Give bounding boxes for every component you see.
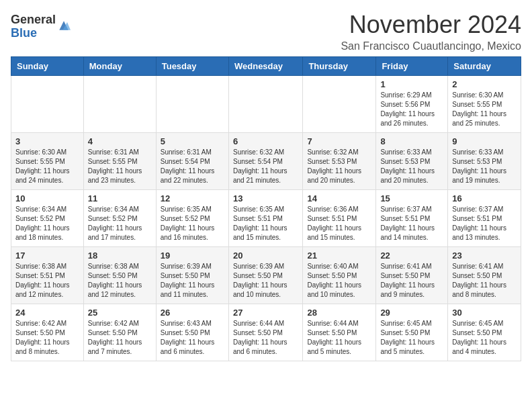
day-number: 24 xyxy=(15,308,79,318)
day-number: 14 xyxy=(307,193,371,203)
day-number: 5 xyxy=(161,136,224,146)
calendar-cell: 4Sunrise: 6:31 AM Sunset: 5:55 PM Daylig… xyxy=(83,133,156,190)
calendar-cell: 17Sunrise: 6:38 AM Sunset: 5:51 PM Dayli… xyxy=(11,247,84,304)
day-number: 7 xyxy=(307,136,371,146)
day-number: 20 xyxy=(233,250,298,261)
calendar-cell: 28Sunrise: 6:44 AM Sunset: 5:50 PM Dayli… xyxy=(303,304,376,361)
calendar-day-header: Sunday xyxy=(11,57,84,76)
day-number: 16 xyxy=(452,193,517,203)
calendar-day-header: Tuesday xyxy=(156,57,228,76)
day-info: Sunrise: 6:37 AM Sunset: 5:51 PM Dayligh… xyxy=(452,205,517,242)
calendar-cell: 22Sunrise: 6:41 AM Sunset: 5:50 PM Dayli… xyxy=(376,247,448,304)
day-info: Sunrise: 6:37 AM Sunset: 5:51 PM Dayligh… xyxy=(380,205,443,242)
calendar-cell: 25Sunrise: 6:42 AM Sunset: 5:50 PM Dayli… xyxy=(83,304,156,361)
day-info: Sunrise: 6:38 AM Sunset: 5:50 PM Dayligh… xyxy=(88,262,152,300)
day-number: 10 xyxy=(15,193,79,203)
calendar-cell: 19Sunrise: 6:39 AM Sunset: 5:50 PM Dayli… xyxy=(156,247,228,304)
day-info: Sunrise: 6:33 AM Sunset: 5:53 PM Dayligh… xyxy=(380,148,443,185)
calendar-header-row: SundayMondayTuesdayWednesdayThursdayFrid… xyxy=(11,57,521,76)
day-info: Sunrise: 6:45 AM Sunset: 5:50 PM Dayligh… xyxy=(380,319,443,357)
calendar-cell: 2Sunrise: 6:30 AM Sunset: 5:55 PM Daylig… xyxy=(448,76,521,133)
calendar-cell: 3Sunrise: 6:30 AM Sunset: 5:55 PM Daylig… xyxy=(11,133,84,190)
day-info: Sunrise: 6:44 AM Sunset: 5:50 PM Dayligh… xyxy=(233,319,298,357)
day-number: 13 xyxy=(233,193,298,203)
day-info: Sunrise: 6:30 AM Sunset: 5:55 PM Dayligh… xyxy=(15,148,79,185)
day-info: Sunrise: 6:41 AM Sunset: 5:50 PM Dayligh… xyxy=(452,262,517,300)
day-number: 27 xyxy=(233,308,298,318)
day-number: 1 xyxy=(380,79,443,89)
day-number: 12 xyxy=(161,193,224,203)
day-number: 25 xyxy=(88,308,152,318)
calendar-week-row: 10Sunrise: 6:34 AM Sunset: 5:52 PM Dayli… xyxy=(11,190,521,247)
day-number: 3 xyxy=(15,136,79,146)
calendar-cell xyxy=(11,76,84,133)
day-number: 17 xyxy=(15,250,79,261)
day-info: Sunrise: 6:38 AM Sunset: 5:51 PM Dayligh… xyxy=(15,262,79,300)
calendar-day-header: Monday xyxy=(83,57,156,76)
calendar-cell: 27Sunrise: 6:44 AM Sunset: 5:50 PM Dayli… xyxy=(228,304,302,361)
day-info: Sunrise: 6:45 AM Sunset: 5:50 PM Dayligh… xyxy=(452,319,517,357)
day-info: Sunrise: 6:43 AM Sunset: 5:50 PM Dayligh… xyxy=(161,319,224,357)
day-info: Sunrise: 6:42 AM Sunset: 5:50 PM Dayligh… xyxy=(15,319,79,357)
calendar-week-row: 3Sunrise: 6:30 AM Sunset: 5:55 PM Daylig… xyxy=(11,133,521,190)
title-area: November 2024 San Francisco Cuautlancing… xyxy=(341,11,521,52)
day-number: 23 xyxy=(452,250,517,261)
day-info: Sunrise: 6:35 AM Sunset: 5:51 PM Dayligh… xyxy=(233,205,298,242)
calendar-cell: 1Sunrise: 6:29 AM Sunset: 5:56 PM Daylig… xyxy=(376,76,448,133)
calendar-day-header: Wednesday xyxy=(228,57,302,76)
day-info: Sunrise: 6:31 AM Sunset: 5:54 PM Dayligh… xyxy=(161,148,224,185)
day-number: 18 xyxy=(88,250,152,261)
calendar-table: SundayMondayTuesdayWednesdayThursdayFrid… xyxy=(11,56,521,361)
day-info: Sunrise: 6:40 AM Sunset: 5:50 PM Dayligh… xyxy=(307,262,371,300)
calendar-cell: 15Sunrise: 6:37 AM Sunset: 5:51 PM Dayli… xyxy=(376,190,448,247)
day-info: Sunrise: 6:42 AM Sunset: 5:50 PM Dayligh… xyxy=(88,319,152,357)
calendar-cell: 11Sunrise: 6:34 AM Sunset: 5:52 PM Dayli… xyxy=(83,190,156,247)
day-number: 8 xyxy=(380,136,443,146)
calendar-cell xyxy=(228,76,302,133)
day-info: Sunrise: 6:34 AM Sunset: 5:52 PM Dayligh… xyxy=(88,205,152,242)
logo: General Blue xyxy=(11,13,71,40)
day-info: Sunrise: 6:39 AM Sunset: 5:50 PM Dayligh… xyxy=(233,262,298,300)
day-info: Sunrise: 6:32 AM Sunset: 5:53 PM Dayligh… xyxy=(307,148,371,185)
location-subtitle: San Francisco Cuautlancingo, Mexico xyxy=(341,40,521,52)
day-number: 11 xyxy=(88,193,152,203)
day-number: 22 xyxy=(380,250,443,261)
day-info: Sunrise: 6:35 AM Sunset: 5:52 PM Dayligh… xyxy=(161,205,224,242)
day-number: 19 xyxy=(161,250,224,261)
day-number: 9 xyxy=(452,136,517,146)
logo-icon xyxy=(57,19,71,32)
calendar-cell: 16Sunrise: 6:37 AM Sunset: 5:51 PM Dayli… xyxy=(448,190,521,247)
day-info: Sunrise: 6:34 AM Sunset: 5:52 PM Dayligh… xyxy=(15,205,79,242)
calendar-cell: 9Sunrise: 6:33 AM Sunset: 5:53 PM Daylig… xyxy=(448,133,521,190)
calendar-cell: 18Sunrise: 6:38 AM Sunset: 5:50 PM Dayli… xyxy=(83,247,156,304)
calendar-day-header: Thursday xyxy=(303,57,376,76)
day-number: 29 xyxy=(380,308,443,318)
calendar-cell: 23Sunrise: 6:41 AM Sunset: 5:50 PM Dayli… xyxy=(448,247,521,304)
day-info: Sunrise: 6:30 AM Sunset: 5:55 PM Dayligh… xyxy=(452,91,517,128)
day-info: Sunrise: 6:32 AM Sunset: 5:54 PM Dayligh… xyxy=(233,148,298,185)
calendar-cell: 10Sunrise: 6:34 AM Sunset: 5:52 PM Dayli… xyxy=(11,190,84,247)
day-number: 2 xyxy=(452,79,517,89)
day-number: 30 xyxy=(452,308,517,318)
calendar-week-row: 17Sunrise: 6:38 AM Sunset: 5:51 PM Dayli… xyxy=(11,247,521,304)
calendar-cell: 13Sunrise: 6:35 AM Sunset: 5:51 PM Dayli… xyxy=(228,190,302,247)
calendar-cell: 26Sunrise: 6:43 AM Sunset: 5:50 PM Dayli… xyxy=(156,304,228,361)
calendar-cell: 24Sunrise: 6:42 AM Sunset: 5:50 PM Dayli… xyxy=(11,304,84,361)
day-number: 6 xyxy=(233,136,298,146)
calendar-cell xyxy=(83,76,156,133)
calendar-week-row: 24Sunrise: 6:42 AM Sunset: 5:50 PM Dayli… xyxy=(11,304,521,361)
calendar-cell: 6Sunrise: 6:32 AM Sunset: 5:54 PM Daylig… xyxy=(228,133,302,190)
day-info: Sunrise: 6:31 AM Sunset: 5:55 PM Dayligh… xyxy=(88,148,152,185)
calendar-cell xyxy=(303,76,376,133)
calendar-cell: 29Sunrise: 6:45 AM Sunset: 5:50 PM Dayli… xyxy=(376,304,448,361)
day-number: 26 xyxy=(161,308,224,318)
calendar-cell: 5Sunrise: 6:31 AM Sunset: 5:54 PM Daylig… xyxy=(156,133,228,190)
page-header: General Blue November 2024 San Francisco… xyxy=(11,11,521,52)
calendar-day-header: Friday xyxy=(376,57,448,76)
day-number: 15 xyxy=(380,193,443,203)
calendar-cell xyxy=(156,76,228,133)
day-info: Sunrise: 6:41 AM Sunset: 5:50 PM Dayligh… xyxy=(380,262,443,300)
calendar-day-header: Saturday xyxy=(448,57,521,76)
day-number: 4 xyxy=(88,136,152,146)
logo-blue-text: Blue xyxy=(11,27,56,40)
